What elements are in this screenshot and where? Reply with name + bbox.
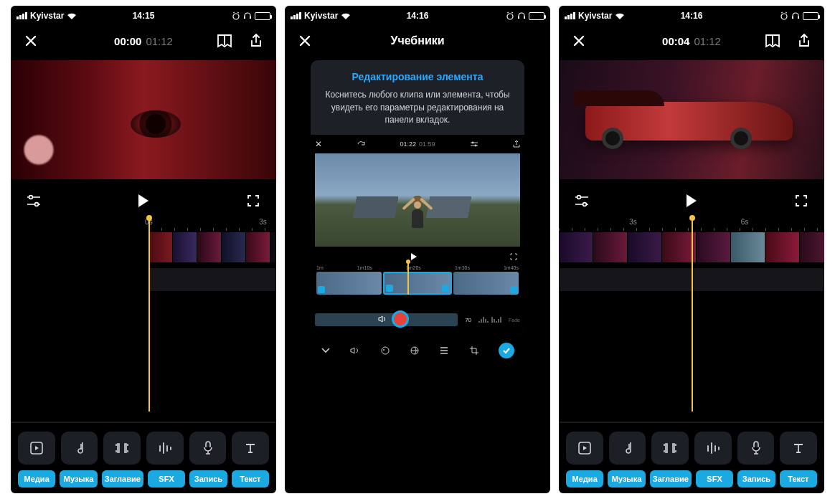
sfx-chip[interactable]: SFX <box>696 470 733 488</box>
clip[interactable] <box>173 232 197 262</box>
transition-icon <box>386 285 393 292</box>
video-preview[interactable] <box>11 56 276 184</box>
settings-sliders-button[interactable] <box>572 191 592 211</box>
mini-ruler: 1m 1m10s 1m20s 1m30s 1m40s <box>315 264 520 270</box>
ruler-label: 1m30s <box>455 265 470 270</box>
sfx-tool-button[interactable] <box>146 432 184 465</box>
clip[interactable] <box>246 232 270 262</box>
globe-icon[interactable] <box>410 346 420 356</box>
timeline-ruler[interactable]: 0s 3s <box>11 218 276 232</box>
text-chip[interactable]: Текст <box>780 470 817 488</box>
tutorial-title: Учебники <box>390 34 444 47</box>
fullscreen-button[interactable] <box>791 191 811 211</box>
carrier-label: Kyivstar <box>30 11 64 21</box>
editor-header: 00:00 01:12 <box>11 26 276 56</box>
text-tool-button[interactable] <box>232 432 269 465</box>
mini-time-total: 01:59 <box>419 141 435 148</box>
fx-icon[interactable] <box>380 346 390 356</box>
alarm-icon <box>780 11 788 20</box>
clip[interactable] <box>697 232 731 262</box>
record-chip[interactable]: Запись <box>189 470 227 488</box>
svg-point-12 <box>382 347 389 354</box>
title-chip[interactable]: Заглавие <box>102 470 143 488</box>
ruler-label: 3s <box>259 218 267 226</box>
text-tool-button[interactable] <box>780 432 817 465</box>
empty-track[interactable] <box>148 268 276 291</box>
clip[interactable] <box>593 232 628 262</box>
playhead[interactable] <box>692 218 693 412</box>
media-chip[interactable]: Медиа <box>566 470 603 488</box>
mini-time-current: 01:22 <box>400 141 416 148</box>
close-button[interactable] <box>295 31 315 51</box>
ruler-label: 3s <box>629 218 637 226</box>
title-chip[interactable]: Заглавие <box>650 470 692 488</box>
chevron-down-icon[interactable] <box>321 347 331 354</box>
card-title: Редактирование элемента <box>324 70 511 83</box>
mini-clip <box>453 272 519 295</box>
tool-label-row: Медиа Музыка Заглавие SFX Запись Текст <box>18 470 269 488</box>
slider-value: 70 <box>465 317 471 323</box>
clip[interactable] <box>148 232 173 262</box>
composite-screenshot: Kyivstar 14:15 00:00 01:12 <box>0 0 835 504</box>
clip[interactable] <box>197 232 222 262</box>
bookmark-button[interactable] <box>214 31 235 51</box>
wave-out-icon <box>491 315 501 324</box>
clip[interactable] <box>628 232 662 262</box>
svg-point-7 <box>507 14 513 19</box>
sfx-chip[interactable]: SFX <box>148 470 185 488</box>
mini-clip <box>316 272 382 295</box>
record-tool-button[interactable] <box>737 432 775 465</box>
bottom-toolbar: Медиа Музыка Заглавие SFX Запись Текст <box>559 423 824 493</box>
crop-icon[interactable] <box>469 346 479 356</box>
video-preview[interactable] <box>559 56 824 184</box>
close-button[interactable] <box>569 31 589 51</box>
title-tool-button[interactable] <box>103 432 141 465</box>
video-track[interactable] <box>148 232 276 262</box>
music-chip[interactable]: Музыка <box>60 470 97 488</box>
text-chip[interactable]: Текст <box>232 470 269 488</box>
headphones-icon <box>791 11 800 20</box>
clip[interactable] <box>765 232 800 262</box>
timeline[interactable] <box>11 232 276 354</box>
svg-point-0 <box>233 14 239 19</box>
media-tool-button[interactable] <box>566 432 603 465</box>
close-button[interactable] <box>21 31 41 51</box>
list-icon[interactable] <box>439 346 449 355</box>
headphones-icon <box>517 11 526 20</box>
play-button[interactable] <box>133 191 154 211</box>
ruler-label: 1m <box>316 265 324 270</box>
settings-sliders-button[interactable] <box>24 191 44 211</box>
export-button[interactable] <box>246 31 266 51</box>
music-chip[interactable]: Музыка <box>608 470 645 488</box>
svg-point-3 <box>29 196 33 199</box>
timeline[interactable] <box>559 232 824 354</box>
title-tool-button[interactable] <box>651 432 689 465</box>
clip[interactable] <box>731 232 765 262</box>
bookmark-button[interactable] <box>763 31 783 51</box>
sfx-tool-button[interactable] <box>694 432 732 465</box>
volume-icon <box>378 315 387 323</box>
clip[interactable] <box>559 232 593 262</box>
record-chip[interactable]: Запись <box>737 470 775 488</box>
volume-icon[interactable] <box>350 346 360 355</box>
mini-track <box>315 272 520 295</box>
media-tool-button[interactable] <box>18 432 55 465</box>
mini-play-icon <box>411 253 417 260</box>
export-button[interactable] <box>794 31 814 51</box>
svg-point-4 <box>35 203 39 206</box>
clip[interactable] <box>222 232 246 262</box>
confirm-button[interactable] <box>499 343 514 358</box>
mini-editor-preview: ✕ 01:22 01:59 1m 1m10s 1 <box>311 135 524 333</box>
music-tool-button[interactable] <box>61 432 98 465</box>
fullscreen-button[interactable] <box>243 191 263 211</box>
playhead[interactable] <box>148 218 150 412</box>
media-chip[interactable]: Медиа <box>18 470 55 488</box>
record-tool-button[interactable] <box>189 432 227 465</box>
mini-sliders-icon <box>470 141 478 148</box>
tool-icon-row <box>566 432 817 465</box>
music-tool-button[interactable] <box>609 432 646 465</box>
signal-icon <box>16 12 27 19</box>
time-current: 00:04 <box>662 35 689 47</box>
clip[interactable] <box>800 232 824 262</box>
play-button[interactable] <box>681 191 702 211</box>
